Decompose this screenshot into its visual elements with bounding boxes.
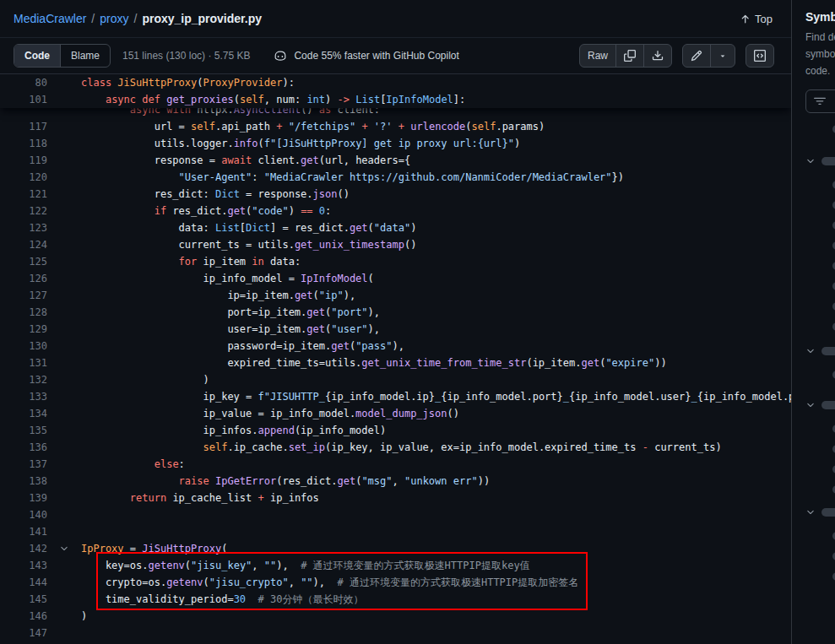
copilot-icon [274, 49, 287, 62]
breadcrumb-repo-link[interactable]: MediaCrawler [14, 12, 86, 25]
line-number[interactable]: 120 [0, 169, 47, 186]
copilot-banner-text: Code 55% faster with GitHub Copilot [294, 50, 458, 62]
line-number[interactable]: 117 [0, 118, 47, 135]
line-number[interactable]: 136 [0, 439, 47, 456]
code-text: async with httpx.AsyncClient() as client… [81, 108, 791, 118]
tab-blame[interactable]: Blame [60, 45, 110, 67]
sticky-context-lines: 80class JiSuHttpProxy(ProxyProvider):101… [0, 74, 791, 108]
code-lines: 117 url = self.api_path + "/fetchips" + … [0, 118, 791, 641]
symbol-group-row[interactable] [805, 507, 835, 517]
line-number[interactable]: 125 [0, 253, 47, 270]
symbol-label-truncated [821, 157, 835, 165]
gutter-space [47, 608, 81, 625]
filter-symbols-input[interactable] [805, 89, 835, 113]
code-text: raise IpGetError(res_dict.get("msg", "un… [81, 473, 791, 490]
code-line: 136 self.ip_cache.set_ip(ip_key, ip_valu… [0, 439, 791, 456]
toolbar-actions: Raw [579, 44, 774, 68]
symbols-panel-toggle-button[interactable] [746, 45, 773, 67]
line-number[interactable]: 127 [0, 287, 47, 304]
line-number[interactable]: 139 [0, 490, 47, 506]
line-number[interactable]: 101 [0, 91, 47, 108]
tab-code[interactable]: Code [14, 45, 60, 67]
line-number[interactable]: 129 [0, 321, 47, 338]
symbol-label-truncated [821, 401, 835, 409]
symbol-group-row[interactable] [805, 400, 835, 410]
line-number[interactable]: 128 [0, 304, 47, 321]
line-number[interactable]: 130 [0, 338, 47, 354]
breadcrumb-folder-link[interactable]: proxy [100, 12, 128, 25]
line-number[interactable]: 146 [0, 608, 47, 625]
line-number[interactable]: 119 [0, 152, 47, 169]
line-number[interactable]: 122 [0, 203, 47, 219]
back-to-top-button[interactable]: Top [740, 13, 773, 25]
code-text: ip=ip_item.get("ip"), [81, 287, 791, 304]
gutter-space [47, 91, 81, 108]
copilot-banner[interactable]: Code 55% faster with GitHub Copilot [274, 49, 458, 62]
code-text: ip_infos.append(ip_info_model) [81, 422, 791, 439]
raw-copy-download-group: Raw [579, 44, 672, 68]
line-number[interactable]: 121 [0, 186, 47, 203]
code-text: utils.logger.info(f"[JiSuHttpProxy] get … [81, 135, 791, 152]
download-raw-button[interactable] [643, 45, 671, 67]
breadcrumb-separator: / [91, 12, 95, 25]
code-line: 119 response = await client.get(url, hea… [0, 152, 791, 169]
code-text: class JiSuHttpProxy(ProxyProvider): [81, 74, 791, 91]
edit-dropdown-button[interactable] [710, 45, 735, 67]
code-text [81, 625, 791, 641]
code-line: 144 crypto=os.getenv("jisu_crypto", ""),… [0, 574, 791, 591]
symbol-group-row[interactable] [805, 156, 835, 166]
line-number[interactable]: 137 [0, 456, 47, 473]
line-number[interactable]: 80 [0, 74, 47, 91]
code-line: 122 if res_dict.get("code") == 0: [0, 203, 791, 219]
code-line: 132 ) [0, 371, 791, 388]
code-line: 138 raise IpGetError(res_dict.get("msg",… [0, 473, 791, 490]
collapse-chevron-icon[interactable] [47, 540, 81, 557]
gutter-space [47, 338, 81, 354]
line-number[interactable]: 132 [0, 371, 47, 388]
line-number[interactable]: 143 [0, 557, 47, 574]
line-number[interactable]: 145 [0, 591, 47, 608]
line-number[interactable]: 134 [0, 405, 47, 422]
code-line: 135 ip_infos.append(ip_info_model) [0, 422, 791, 439]
line-number[interactable] [0, 108, 47, 118]
line-number[interactable]: 140 [0, 506, 47, 523]
raw-button[interactable]: Raw [580, 45, 615, 67]
code-text [81, 523, 791, 540]
line-number[interactable]: 147 [0, 625, 47, 641]
gutter-space [47, 557, 81, 574]
line-number[interactable]: 141 [0, 523, 47, 540]
symbol-group-row[interactable] [805, 346, 835, 356]
code-text: ip_info_model = IpInfoModel( [81, 270, 791, 287]
line-number[interactable]: 142 [0, 540, 47, 557]
line-number[interactable]: 131 [0, 354, 47, 371]
line-number[interactable]: 123 [0, 219, 47, 236]
line-number[interactable]: 135 [0, 422, 47, 439]
line-number[interactable]: 144 [0, 574, 47, 591]
edit-file-button[interactable] [683, 45, 710, 67]
line-number[interactable]: 124 [0, 236, 47, 253]
gutter-space [47, 236, 81, 253]
code-text: for ip_item in data: [81, 253, 791, 270]
gutter-space [47, 490, 81, 506]
chevron-down-icon [805, 156, 816, 166]
code-line: 121 res_dict: Dict = response.json() [0, 186, 791, 203]
gutter-space [47, 108, 81, 118]
file-toolbar: Code Blame 151 lines (130 loc) · 5.75 KB… [0, 37, 791, 74]
symbol-label-truncated [821, 347, 835, 355]
gutter-space [47, 388, 81, 405]
code-line: 126 ip_info_model = IpInfoModel( [0, 270, 791, 287]
code-text: res_dict: Dict = response.json() [81, 186, 791, 203]
code-line: 143 key=os.getenv("jisu_key", ""), # 通过环… [0, 557, 791, 574]
line-number[interactable]: 118 [0, 135, 47, 152]
copy-raw-button[interactable] [615, 45, 643, 67]
gutter-space [47, 186, 81, 203]
chevron-down-icon [805, 346, 816, 356]
line-number[interactable]: 138 [0, 473, 47, 490]
line-number[interactable]: 133 [0, 388, 47, 405]
code-line: 129 user=ip_item.get("user"), [0, 321, 791, 338]
gutter-space [47, 219, 81, 236]
symbols-panel-description: Find definitions and references for func… [792, 29, 835, 79]
gutter-space [47, 371, 81, 388]
code-text [81, 506, 791, 523]
line-number[interactable]: 126 [0, 270, 47, 287]
